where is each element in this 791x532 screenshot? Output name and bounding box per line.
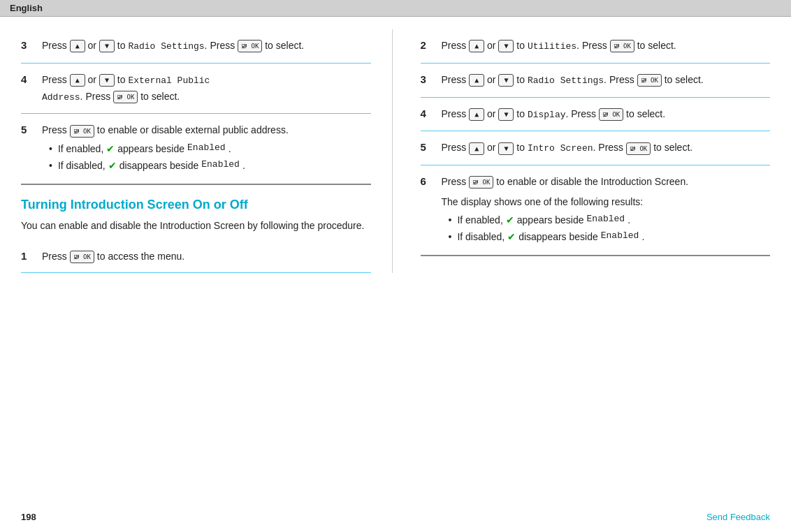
ok-btn-icon: 🖳 OK xyxy=(626,142,651,155)
arrow-down-icon xyxy=(99,74,115,87)
bullet-list: If enabled, ✔ appears beside Enabled. If… xyxy=(42,141,371,174)
ok-btn-icon: 🖳 OK xyxy=(238,40,262,52)
enabled-label: Enabled xyxy=(187,141,226,156)
checkmark-icon: ✔ xyxy=(108,158,117,173)
step-number: 3 xyxy=(421,73,435,85)
step-content: Press 🖳 OK to access the menu. xyxy=(42,249,371,264)
ok-btn-icon: 🖳 OK xyxy=(610,40,634,52)
left-step-5: 5 Press 🖳 OK to enable or disable extern… xyxy=(21,114,371,184)
bullet-list: If enabled, ✔ appears beside Enabled. If… xyxy=(442,212,771,245)
ok-btn-icon: 🖳 OK xyxy=(70,125,94,138)
arrow-down-icon xyxy=(498,74,514,87)
arrow-down-icon xyxy=(498,40,514,52)
ok-btn-icon: 🖳 OK xyxy=(70,251,94,263)
page-footer: 198 Send Feedback xyxy=(21,512,770,522)
right-column: 2 Press or to Utilities. Press 🖳 OK to s… xyxy=(414,29,771,273)
section-intro: You can enable and disable the Introduct… xyxy=(21,218,371,233)
right-step-5: 5 Press or to Intro Screen. Press 🖳 OK t… xyxy=(421,131,771,165)
step-number: 5 xyxy=(421,141,435,153)
right-step-6: 6 Press 🖳 OK to enable or disable the In… xyxy=(421,165,771,256)
send-feedback-link[interactable]: Send Feedback xyxy=(706,512,770,522)
arrow-down-icon xyxy=(498,142,514,155)
enabled-label: Enabled xyxy=(201,158,240,172)
checkmark-icon: ✔ xyxy=(506,212,514,228)
step-content: Press or to External PublicAddress. Pres… xyxy=(42,72,371,105)
page-header: English xyxy=(0,0,791,17)
step-number: 3 xyxy=(21,39,35,51)
header-label: English xyxy=(10,3,43,13)
arrow-down-icon xyxy=(99,40,115,52)
step-number: 4 xyxy=(21,73,35,85)
step-number: 5 xyxy=(21,124,35,135)
menu-item: Radio Settings xyxy=(128,41,204,52)
step-number: 1 xyxy=(21,250,35,262)
menu-item: Display xyxy=(528,110,566,120)
enabled-label: Enabled xyxy=(587,212,625,227)
step-content: Press or to Display. Press 🖳 OK to selec… xyxy=(442,106,771,123)
step-content: Press or to Utilities. Press 🖳 OK to sel… xyxy=(442,38,771,54)
arrow-up-icon xyxy=(70,74,85,87)
step-number: 2 xyxy=(421,39,435,51)
arrow-up-icon xyxy=(70,40,85,52)
ok-btn-icon: 🖳 OK xyxy=(637,74,662,87)
step-content: Press or to Radio Settings. Press 🖳 OK t… xyxy=(42,38,371,54)
right-step-2: 2 Press or to Utilities. Press 🖳 OK to s… xyxy=(421,29,771,64)
right-step-3: 3 Press or to Radio Settings. Press 🖳 OK… xyxy=(421,64,771,98)
left-sub-step-1: 1 Press 🖳 OK to access the menu. xyxy=(21,240,371,273)
arrow-up-icon xyxy=(469,74,484,87)
menu-item: Radio Settings xyxy=(528,75,604,86)
result-intro: The display shows one of the following r… xyxy=(442,194,771,209)
arrow-up-icon xyxy=(469,142,484,155)
checkmark-icon: ✔ xyxy=(507,229,516,244)
step-content: Press 🖳 OK to enable or disable the Intr… xyxy=(442,174,771,246)
left-column: 3 Press or to Radio Settings. Press 🖳 OK… xyxy=(21,29,393,273)
step-number: 4 xyxy=(421,108,435,119)
step-content: Press or to Radio Settings. Press 🖳 OK t… xyxy=(442,72,771,89)
right-step-4: 4 Press or to Display. Press 🖳 OK to sel… xyxy=(421,98,771,132)
step-content: Press 🖳 OK to enable or disable external… xyxy=(42,122,371,175)
ok-btn-icon: 🖳 OK xyxy=(599,108,623,121)
ok-btn-icon: 🖳 OK xyxy=(469,176,493,189)
arrow-down-icon xyxy=(498,108,514,121)
arrow-up-icon xyxy=(469,108,484,121)
menu-item: Intro Screen xyxy=(528,143,593,154)
left-step-4: 4 Press or to External PublicAddress. Pr… xyxy=(21,64,371,114)
section-title: Turning Introduction Screen On or Off xyxy=(21,198,371,212)
enabled-label: Enabled xyxy=(601,229,639,244)
menu-item: Utilities xyxy=(528,41,576,52)
checkmark-icon: ✔ xyxy=(106,141,115,156)
list-item: If disabled, ✔ disappears beside Enabled… xyxy=(49,158,371,173)
step-number: 6 xyxy=(421,175,435,187)
list-item: If disabled, ✔ disappears beside Enabled… xyxy=(449,229,771,244)
arrow-up-icon xyxy=(469,40,484,52)
left-step-3: 3 Press or to Radio Settings. Press 🖳 OK… xyxy=(21,29,371,64)
ok-btn-icon: 🖳 OK xyxy=(113,91,138,103)
step-content: Press or to Intro Screen. Press 🖳 OK to … xyxy=(442,140,771,156)
list-item: If enabled, ✔ appears beside Enabled. xyxy=(449,212,771,228)
page-number: 198 xyxy=(21,512,36,522)
list-item: If enabled, ✔ appears beside Enabled. xyxy=(49,141,371,156)
